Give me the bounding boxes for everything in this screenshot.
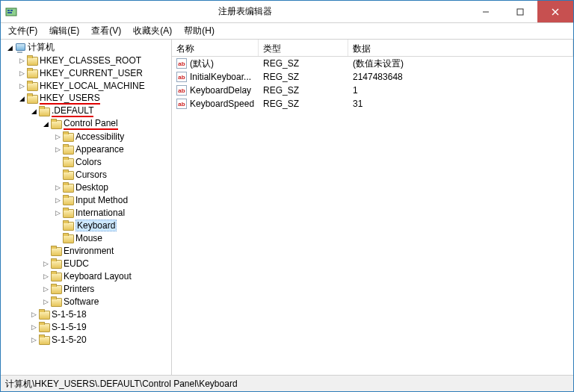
folder-icon <box>62 157 74 167</box>
menu-view[interactable]: 查看(V) <box>85 23 127 39</box>
tree-scroll[interactable]: ◢计算机 ▷HKEY_CLASSES_ROOT ▷HKEY_CURRENT_US… <box>1 40 171 375</box>
list-header: 名称 类型 数据 <box>172 40 573 57</box>
expand-icon[interactable]: ▷ <box>41 298 50 305</box>
tree-node-s1518[interactable]: ▷S-1-5-18 <box>2 308 171 320</box>
collapse-icon[interactable]: ◢ <box>17 95 26 102</box>
tree-node-appearance[interactable]: ▷Appearance <box>2 143 171 155</box>
folder-icon <box>50 246 62 256</box>
tree-node-hku[interactable]: ◢HKEY_USERS <box>2 92 171 105</box>
tree-node-hkcu[interactable]: ▷HKEY_CURRENT_USER <box>2 66 171 79</box>
tree-node-mouse[interactable]: Mouse <box>2 231 171 244</box>
expand-icon[interactable]: ▷ <box>53 209 62 217</box>
computer-icon <box>14 43 26 53</box>
collapse-icon[interactable]: ◢ <box>29 108 38 115</box>
tree-node-label: Keyboard Layout <box>64 271 132 281</box>
tree-node-printers[interactable]: ▷Printers <box>2 282 171 295</box>
titlebar[interactable]: 注册表编辑器 <box>1 1 573 23</box>
tree-node-control-panel[interactable]: ◢Control Panel <box>2 117 171 130</box>
tree-node-cursors[interactable]: Cursors <box>2 168 171 181</box>
tree-node-label: EUDC <box>64 258 89 269</box>
folder-icon <box>26 68 38 78</box>
tree-node-default[interactable]: ◢.DEFAULT <box>2 105 171 117</box>
tree-node-s1519[interactable]: ▷S-1-5-19 <box>2 320 171 333</box>
collapse-icon[interactable]: ◢ <box>41 120 50 128</box>
expand-icon[interactable]: ▷ <box>41 285 50 293</box>
window-controls <box>469 1 573 22</box>
tree-node-desktop[interactable]: ▷Desktop <box>2 181 171 193</box>
column-data[interactable]: 数据 <box>348 40 573 56</box>
expand-icon[interactable]: ▷ <box>17 82 26 90</box>
expand-icon[interactable]: ▷ <box>29 336 38 343</box>
tree-node-label: Appearance <box>75 144 124 155</box>
menu-edit[interactable]: 编辑(E) <box>43 23 85 39</box>
maximize-button[interactable] <box>503 1 537 22</box>
value-name: KeyboardDelay <box>190 85 251 96</box>
expand-icon[interactable]: ▷ <box>53 196 62 204</box>
value-list-pane: 名称 类型 数据 ab(默认) REG_SZ (数值未设置) abInitial… <box>172 40 573 375</box>
tree-node-s1520[interactable]: ▷S-1-5-20 <box>2 333 171 346</box>
tree-node-label: HKEY_USERS <box>40 93 100 105</box>
tree-node-international[interactable]: ▷International <box>2 206 171 219</box>
folder-icon <box>50 296 62 307</box>
expand-icon[interactable]: ▷ <box>29 323 38 331</box>
folder-icon <box>62 144 74 155</box>
menu-help[interactable]: 帮助(H) <box>178 23 220 39</box>
expand-icon[interactable]: ▷ <box>53 146 62 153</box>
registry-editor-window: 注册表编辑器 文件(F) 编辑(E) 查看(V) 收藏夹(A) 帮助(H) ◢计… <box>0 0 574 392</box>
expand-icon[interactable]: ▷ <box>17 57 26 64</box>
folder-icon <box>62 208 74 218</box>
collapse-icon[interactable]: ◢ <box>5 44 14 52</box>
tree-node-label: Keyboard <box>75 220 117 231</box>
tree-node-label: .DEFAULT <box>52 105 93 117</box>
tree-node-keyboard-layout[interactable]: ▷Keyboard Layout <box>2 270 171 282</box>
tree-node-label: S-1-5-18 <box>52 309 87 320</box>
folder-icon <box>38 309 50 320</box>
tree-node-computer[interactable]: ◢计算机 <box>2 41 171 54</box>
tree-node-label: 计算机 <box>28 41 55 54</box>
column-name[interactable]: 名称 <box>172 40 259 56</box>
value-data: (数值未设置) <box>348 57 573 70</box>
list-row[interactable]: abInitialKeyboar... REG_SZ 2147483648 <box>172 70 573 84</box>
menu-favorites[interactable]: 收藏夹(A) <box>127 23 178 39</box>
folder-icon <box>38 106 50 116</box>
string-value-icon: ab <box>176 85 187 96</box>
menu-file[interactable]: 文件(F) <box>2 23 43 39</box>
expand-icon[interactable]: ▷ <box>53 184 62 191</box>
tree-pane: ◢计算机 ▷HKEY_CLASSES_ROOT ▷HKEY_CURRENT_US… <box>1 40 172 375</box>
tree-node-software[interactable]: ▷Software <box>2 295 171 308</box>
folder-icon <box>50 284 62 294</box>
folder-icon <box>50 258 62 269</box>
tree-node-environment[interactable]: Environment <box>2 244 171 257</box>
tree-node-input-method[interactable]: ▷Input Method <box>2 193 171 206</box>
registry-tree: ◢计算机 ▷HKEY_CLASSES_ROOT ▷HKEY_CURRENT_US… <box>1 40 171 375</box>
tree-node-label: Environment <box>64 246 114 256</box>
tree-node-accessibility[interactable]: ▷Accessibility <box>2 130 171 143</box>
folder-icon <box>50 271 62 281</box>
tree-node-label: Colors <box>75 157 102 167</box>
minimize-button[interactable] <box>469 1 503 22</box>
main-area: ◢计算机 ▷HKEY_CLASSES_ROOT ▷HKEY_CURRENT_US… <box>1 40 573 375</box>
window-title: 注册表编辑器 <box>22 5 469 18</box>
tree-node-hkcr[interactable]: ▷HKEY_CLASSES_ROOT <box>2 54 171 66</box>
close-button[interactable] <box>537 1 573 22</box>
expand-icon[interactable]: ▷ <box>17 69 26 77</box>
tree-node-colors[interactable]: Colors <box>2 155 171 168</box>
expand-icon[interactable]: ▷ <box>29 311 38 318</box>
tree-node-eudc[interactable]: ▷EUDC <box>2 257 171 270</box>
column-type[interactable]: 类型 <box>259 40 348 56</box>
list-row[interactable]: abKeyboardDelay REG_SZ 1 <box>172 84 573 97</box>
tree-node-keyboard[interactable]: Keyboard <box>2 219 171 231</box>
list-row[interactable]: abKeyboardSpeed REG_SZ 31 <box>172 97 573 111</box>
list-row[interactable]: ab(默认) REG_SZ (数值未设置) <box>172 57 573 70</box>
list-body[interactable]: ab(默认) REG_SZ (数值未设置) abInitialKeyboar..… <box>172 57 573 375</box>
folder-icon <box>62 131 74 142</box>
app-icon <box>5 6 17 18</box>
svg-rect-2 <box>10 10 13 11</box>
tree-node-hklm[interactable]: ▷HKEY_LOCAL_MACHINE <box>2 79 171 92</box>
tree-node-label: Software <box>64 296 99 307</box>
folder-icon <box>26 81 38 91</box>
value-type: REG_SZ <box>259 85 348 96</box>
expand-icon[interactable]: ▷ <box>41 273 50 280</box>
expand-icon[interactable]: ▷ <box>41 260 50 267</box>
expand-icon[interactable]: ▷ <box>53 133 62 140</box>
